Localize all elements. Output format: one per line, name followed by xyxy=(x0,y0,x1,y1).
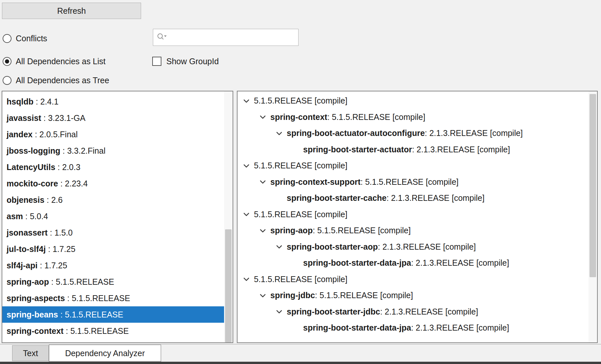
dependency-version: : 2.6 xyxy=(44,195,63,204)
list-item[interactable]: hsqldb : 2.4.1 xyxy=(2,93,224,110)
dependency-name: spring-beans xyxy=(7,310,58,319)
tree-node[interactable]: spring-context-support : 5.1.5.RELEASE [… xyxy=(238,174,589,190)
search-box[interactable] xyxy=(153,29,299,46)
dependency-version: : 3.3.2.Final xyxy=(60,146,106,155)
list-item[interactable]: objenesis : 2.6 xyxy=(2,192,224,208)
dependency-version: : 5.1.5.RELEASE xyxy=(49,277,114,286)
list-item[interactable]: asm : 5.0.4 xyxy=(2,208,224,224)
vertical-scrollbar[interactable] xyxy=(589,91,597,342)
list-item[interactable]: LatencyUtils : 2.0.3 xyxy=(2,159,224,175)
dependency-version: : 5.0.4 xyxy=(23,212,48,221)
dependency-name: spring-boot-actuator-autoconfigure xyxy=(287,128,425,138)
list-item[interactable]: jandex : 2.0.5.Final xyxy=(2,126,224,143)
dependency-name: spring-boot-starter-jdbc xyxy=(287,307,380,316)
list-item[interactable]: spring-aspects : 5.1.5.RELEASE xyxy=(2,290,224,306)
vertical-scrollbar[interactable] xyxy=(224,91,233,342)
tree-node[interactable]: spring-boot-starter-jdbc : 2.1.3.RELEASE… xyxy=(238,304,589,320)
list-item[interactable]: jboss-logging : 3.3.2.Final xyxy=(2,143,224,159)
dependency-list: hsqldb : 2.4.1 javassist : 3.23.1-GA jan… xyxy=(2,93,224,339)
dependency-name: spring-boot-starter-data-jpa xyxy=(303,323,411,333)
dependency-version: : 2.1.3.RELEASE [compile] xyxy=(425,128,523,138)
dependency-version: : 5.1.5.RELEASE xyxy=(64,326,129,335)
dependency-name: objenesis xyxy=(7,195,44,204)
dependency-version: 5.1.5.RELEASE [compile] xyxy=(254,161,347,170)
checkbox-icon[interactable] xyxy=(152,57,161,66)
radio-all-dependencies-as-tree[interactable]: All Dependencies as Tree xyxy=(3,75,109,86)
chevron-down-icon[interactable] xyxy=(239,96,254,105)
tree-node[interactable]: spring-boot-starter-data-jpa : 2.1.3.REL… xyxy=(238,320,589,336)
dependency-version: : 2.1.3.RELEASE [compile] xyxy=(386,193,485,203)
show-groupid-label: Show GroupId xyxy=(166,57,219,66)
radio-circle-icon[interactable] xyxy=(3,57,11,66)
chevron-down-icon[interactable] xyxy=(255,112,270,122)
tree-node[interactable]: spring-context : 5.1.5.RELEASE [compile] xyxy=(238,109,589,125)
tree-node[interactable]: 5.1.5.RELEASE [compile] xyxy=(238,206,589,223)
indent-spacer xyxy=(288,145,303,154)
tree-node[interactable]: spring-boot-actuator-autoconfigure : 2.1… xyxy=(238,125,589,142)
chevron-down-icon[interactable] xyxy=(239,275,254,284)
radio-all-dependencies-as-list[interactable]: All Dependencies as List xyxy=(3,56,106,67)
tab-text[interactable]: Text xyxy=(12,345,49,361)
dependency-version: : 2.23.4 xyxy=(58,179,88,188)
list-item[interactable]: mockito-core : 2.23.4 xyxy=(2,175,224,192)
dependency-tree-panel: 5.1.5.RELEASE [compile] spring-context :… xyxy=(237,91,598,343)
chevron-down-icon[interactable] xyxy=(255,177,270,186)
dependency-name: jsonassert xyxy=(7,228,48,237)
radio-tree-label: All Dependencies as Tree xyxy=(16,76,109,85)
radio-circle-icon[interactable] xyxy=(3,34,11,43)
list-item[interactable]: slf4j-api : 1.7.25 xyxy=(2,257,224,274)
dependency-name: spring-aspects xyxy=(7,294,65,303)
search-input[interactable] xyxy=(168,29,298,46)
dependency-version: : 2.4.1 xyxy=(33,97,58,106)
dependency-version: : 2.1.3.RELEASE [compile] xyxy=(380,307,478,316)
scrollbar-thumb[interactable] xyxy=(225,229,232,342)
dependency-version: 5.1.5.RELEASE [compile] xyxy=(254,210,347,219)
tree-node[interactable]: spring-aop : 5.1.5.RELEASE [compile] xyxy=(238,222,589,239)
list-item[interactable]: jul-to-slf4j : 1.7.25 xyxy=(2,241,224,257)
scrollbar-thumb[interactable] xyxy=(590,94,596,277)
list-item-selected[interactable]: spring-beans : 5.1.5.RELEASE xyxy=(2,306,224,323)
dependency-name: slf4j-api xyxy=(7,261,37,270)
chevron-down-icon[interactable] xyxy=(239,161,254,170)
search-icon[interactable] xyxy=(156,32,168,42)
dependency-name: spring-context xyxy=(270,112,327,122)
list-item[interactable]: javassist : 3.23.1-GA xyxy=(2,110,224,126)
refresh-button[interactable]: Refresh xyxy=(2,3,141,19)
radio-circle-icon[interactable] xyxy=(3,76,11,85)
tab-dependency-analyzer[interactable]: Dependency Analyzer xyxy=(49,345,161,362)
dependency-version: : 2.0.5.Final xyxy=(32,130,78,139)
dependency-tree: 5.1.5.RELEASE [compile] spring-context :… xyxy=(238,93,589,336)
list-item[interactable]: spring-aop : 5.1.5.RELEASE xyxy=(2,274,224,290)
dependency-version: : 1.5.0 xyxy=(48,228,73,237)
tree-node[interactable]: spring-boot-starter-data-jpa : 2.1.3.REL… xyxy=(238,255,589,271)
chevron-down-icon[interactable] xyxy=(272,242,287,251)
chevron-down-icon[interactable] xyxy=(272,129,287,138)
show-groupid-checkbox[interactable]: Show GroupId xyxy=(152,56,219,67)
tree-node[interactable]: spring-boot-starter-aop : 2.1.3.RELEASE … xyxy=(238,239,589,255)
dependency-name: jul-to-slf4j xyxy=(7,244,46,254)
dependency-name: spring-aop xyxy=(270,226,313,235)
window-bottom-edge xyxy=(0,362,601,364)
dependency-version: : 5.1.5.RELEASE xyxy=(65,294,130,303)
dependency-name: spring-boot-starter-aop xyxy=(287,242,378,252)
chevron-down-icon[interactable] xyxy=(255,226,270,235)
list-item[interactable]: jsonassert : 1.5.0 xyxy=(2,224,224,241)
tree-node[interactable]: 5.1.5.RELEASE [compile] xyxy=(238,271,589,288)
tree-node[interactable]: spring-jdbc : 5.1.5.RELEASE [compile] xyxy=(238,287,589,304)
chevron-down-icon[interactable] xyxy=(255,291,270,300)
chevron-down-icon[interactable] xyxy=(272,307,287,316)
bottom-tab-bar: Text Dependency Analyzer xyxy=(0,344,601,362)
dependency-version: 5.1.5.RELEASE [compile] xyxy=(254,96,347,105)
tree-node[interactable]: 5.1.5.RELEASE [compile] xyxy=(238,158,589,174)
list-item[interactable]: spring-context : 5.1.5.RELEASE xyxy=(2,323,224,339)
dependency-name: asm xyxy=(7,212,23,221)
dependency-name: jandex xyxy=(7,130,32,139)
tree-node[interactable]: 5.1.5.RELEASE [compile] xyxy=(238,93,589,109)
dependency-version: : 5.1.5.RELEASE [compile] xyxy=(327,112,425,122)
tree-node[interactable]: spring-boot-starter-actuator : 2.1.3.REL… xyxy=(238,142,589,158)
dependency-name: LatencyUtils xyxy=(7,163,55,172)
dependency-name: spring-boot-starter-cache xyxy=(287,193,386,203)
tree-node[interactable]: spring-boot-starter-cache : 2.1.3.RELEAS… xyxy=(238,190,589,206)
chevron-down-icon[interactable] xyxy=(239,210,254,219)
radio-conflicts[interactable]: Conflicts xyxy=(3,33,47,44)
